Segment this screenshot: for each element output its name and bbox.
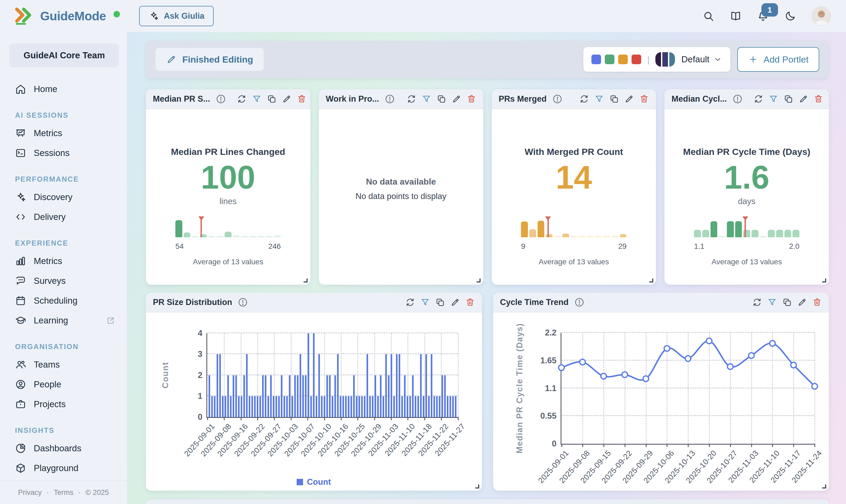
sidebar-item-label: Sessions — [34, 148, 70, 158]
add-portlet-label: Add Portlet — [763, 54, 809, 65]
sidebar-item-metrics[interactable]: Metrics — [0, 123, 127, 143]
delete-icon[interactable] — [814, 94, 823, 104]
sidebar-item-projects[interactable]: Projects — [0, 394, 127, 414]
notifications-bell[interactable]: 1 — [757, 10, 769, 22]
resize-handle[interactable] — [475, 484, 479, 488]
portlet-median-pr-size: Median PR S... Median PR Lines Changed 1… — [146, 89, 310, 285]
refresh-icon[interactable] — [407, 94, 416, 104]
sidebar-item-scheduling[interactable]: Scheduling — [0, 291, 127, 311]
filter-icon[interactable] — [420, 298, 430, 307]
refresh-icon[interactable] — [405, 298, 415, 307]
bar — [316, 396, 317, 417]
average-marker — [201, 217, 202, 237]
refresh-icon[interactable] — [579, 94, 589, 104]
terms-link[interactable]: Terms — [54, 488, 74, 497]
delete-icon[interactable] — [465, 298, 475, 307]
filter-icon[interactable] — [252, 94, 262, 104]
bar — [273, 396, 274, 417]
x-tick — [625, 444, 625, 447]
copy-icon[interactable] — [267, 94, 277, 104]
refresh-icon[interactable] — [754, 94, 763, 104]
team-selector[interactable]: GuideAI Core Team — [9, 43, 119, 67]
palette-dark-swatches — [655, 52, 675, 67]
resize-handle[interactable] — [304, 278, 308, 283]
copy-icon[interactable] — [783, 94, 793, 104]
info-icon[interactable] — [552, 94, 563, 104]
gridline — [458, 333, 459, 417]
filter-icon[interactable] — [769, 94, 778, 104]
y-tick-label: 0 — [198, 412, 202, 422]
edit-icon[interactable] — [282, 94, 292, 104]
refresh-icon[interactable] — [752, 298, 762, 307]
topbar-actions: 1 — [703, 6, 831, 26]
info-icon[interactable] — [215, 94, 226, 104]
filter-icon[interactable] — [422, 94, 431, 104]
add-portlet-button[interactable]: Add Portlet — [737, 47, 819, 72]
delete-icon[interactable] — [297, 94, 307, 104]
resize-handle[interactable] — [822, 484, 826, 488]
edit-icon[interactable] — [452, 94, 461, 104]
range-max: 246 — [268, 242, 281, 251]
bar — [289, 375, 291, 417]
edit-icon[interactable] — [799, 94, 808, 104]
copy-icon[interactable] — [437, 94, 446, 104]
copy-icon[interactable] — [435, 298, 445, 307]
delete-icon[interactable] — [639, 94, 649, 104]
edit-icon[interactable] — [624, 94, 634, 104]
sidebar-item-people[interactable]: People — [0, 375, 127, 394]
sidebar-item-sessions[interactable]: Sessions — [0, 143, 127, 163]
chart-legend: Count — [146, 477, 482, 487]
refresh-icon[interactable] — [237, 94, 246, 104]
sidebar-item-delivery[interactable]: Delivery — [0, 207, 127, 227]
bar — [241, 396, 242, 417]
search-icon[interactable] — [703, 10, 714, 22]
bar — [369, 396, 371, 417]
palette-selector[interactable]: | Default — [583, 47, 730, 72]
copy-icon[interactable] — [609, 94, 619, 104]
sidebar-item-surveys[interactable]: Surveys — [0, 271, 127, 291]
sidebar-item-discovery[interactable]: Discovery — [0, 187, 127, 207]
bar — [254, 396, 256, 417]
delete-icon[interactable] — [812, 298, 822, 307]
ask-giulia-button[interactable]: Ask Giulia — [139, 6, 214, 26]
delete-icon[interactable] — [467, 94, 476, 104]
sidebar-item-learning[interactable]: Learning — [0, 311, 127, 330]
resize-handle[interactable] — [649, 278, 653, 283]
sidebar-item-teams[interactable]: Teams — [0, 355, 127, 375]
avatar[interactable] — [812, 6, 831, 26]
info-icon[interactable] — [238, 297, 248, 308]
sidebar-item-metrics[interactable]: Metrics — [0, 251, 127, 271]
finished-editing-button[interactable]: Finished Editing — [156, 48, 264, 71]
bar — [439, 396, 441, 417]
data-point — [791, 362, 796, 368]
dark-mode-icon[interactable] — [784, 10, 796, 22]
info-icon[interactable] — [574, 297, 585, 308]
sidebar-item-dashboards[interactable]: Dashboards — [0, 438, 127, 458]
filter-icon[interactable] — [594, 94, 604, 104]
bar — [407, 396, 408, 417]
info-icon[interactable] — [384, 94, 395, 104]
edit-icon[interactable] — [450, 298, 460, 307]
portlet-header: Work in Pro... — [319, 89, 483, 109]
x-tick — [709, 444, 710, 447]
x-tick — [458, 417, 459, 420]
copy-icon[interactable] — [782, 298, 792, 307]
bar — [356, 396, 358, 417]
bar — [431, 354, 432, 417]
sidebar-item-home[interactable]: Home — [0, 79, 127, 99]
histogram-bar — [579, 236, 586, 237]
resize-handle[interactable] — [477, 278, 481, 283]
histogram-bar — [175, 220, 182, 237]
bar — [308, 333, 309, 417]
edit-icon[interactable] — [797, 298, 807, 307]
sidebar-item-playground[interactable]: Playground — [0, 458, 127, 478]
bar — [283, 396, 285, 417]
portlet-work-in-progress: Work in Pro... No data available No data… — [319, 89, 483, 285]
portlet-title: PRs Merged — [499, 94, 547, 104]
docs-icon[interactable] — [730, 10, 742, 22]
info-icon[interactable] — [732, 94, 743, 104]
filter-icon[interactable] — [767, 298, 777, 307]
bar — [337, 354, 339, 417]
privacy-link[interactable]: Privacy — [18, 488, 42, 497]
resize-handle[interactable] — [822, 278, 826, 283]
